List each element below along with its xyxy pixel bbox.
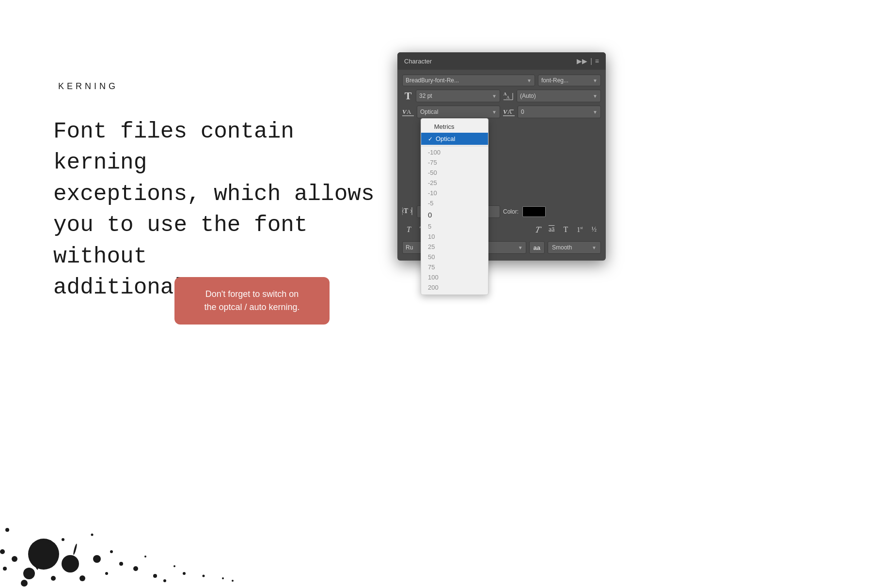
- svg-point-7: [153, 574, 157, 578]
- leading-icon: A A: [503, 91, 515, 101]
- italic-T-btn[interactable]: T: [403, 224, 414, 235]
- smooth-select[interactable]: Smooth ▼: [548, 241, 601, 254]
- optical-checkmark: ✓: [428, 136, 433, 142]
- dropdown-num--25[interactable]: -25: [421, 178, 488, 188]
- script-T-btn[interactable]: 𝑇: [531, 224, 543, 236]
- kerning-label: KERNING: [58, 81, 118, 92]
- svg-point-1: [62, 555, 79, 573]
- tracking-value: 0: [521, 108, 524, 115]
- tracking-input[interactable]: 0 ▼: [518, 106, 601, 118]
- dropdown-num--100[interactable]: -100: [421, 147, 488, 157]
- language-value: Ru: [406, 244, 413, 251]
- svg-point-10: [163, 579, 166, 582]
- dropdown-num--75[interactable]: -75: [421, 157, 488, 168]
- font-family-select[interactable]: BreadBury-font-Re... ▼: [402, 75, 535, 86]
- all-caps-T-btn[interactable]: aā: [545, 224, 558, 235]
- callout-box: Don't forget to switch onthe optcal / au…: [174, 277, 330, 325]
- size-group: T 32 pt ▼: [402, 90, 500, 102]
- frac-btn[interactable]: ½: [588, 224, 600, 235]
- small-caps-T-btn[interactable]: T: [560, 224, 571, 235]
- size-T-icon: T: [402, 90, 414, 102]
- kerning-row: V A Optical ▼ V A: [402, 106, 601, 118]
- dropdown-num-10[interactable]: 10: [421, 232, 488, 242]
- dropdown-num-0[interactable]: 0: [421, 208, 488, 221]
- tracking-chevron: ▼: [593, 109, 598, 115]
- svg-text:A: A: [507, 108, 512, 115]
- dropdown-item-metrics[interactable]: Metrics: [421, 121, 488, 133]
- panel-menu-icon[interactable]: ≡: [595, 57, 599, 65]
- color-swatch[interactable]: [522, 206, 546, 217]
- kerning-dropdown[interactable]: Metrics ✓ Optical -100 -75 -50 -25 -10 -…: [421, 118, 488, 295]
- svg-point-5: [5, 528, 9, 532]
- kerning-chevron: ▼: [492, 109, 497, 115]
- color-label: Color:: [503, 208, 519, 215]
- svg-point-27: [232, 580, 234, 582]
- dropdown-num--5[interactable]: -5: [421, 198, 488, 208]
- font-style-select[interactable]: font-Reg... ▼: [538, 75, 601, 86]
- dropdown-num-200[interactable]: 200: [421, 282, 488, 293]
- tracking-va-icon: V A: [503, 107, 516, 117]
- svg-point-21: [62, 538, 64, 541]
- kerning-select[interactable]: Optical ▼: [417, 106, 500, 118]
- leading-chevron: ▼: [593, 93, 598, 99]
- dropdown-divider: [421, 146, 488, 146]
- font-size-input[interactable]: 32 pt ▼: [416, 90, 500, 102]
- panel-forward-icon[interactable]: ▶▶: [577, 57, 587, 65]
- font-family-chevron: ▼: [527, 78, 532, 83]
- dropdown-num--50[interactable]: -50: [421, 168, 488, 178]
- ink-splatter: [0, 385, 291, 588]
- language-chevron: ▼: [518, 245, 523, 250]
- panel-separator-icon: |: [590, 57, 592, 65]
- kerning-container: V A Optical ▼ V A: [402, 106, 601, 118]
- svg-point-3: [93, 555, 101, 563]
- metrics-checkmark: [428, 124, 431, 130]
- main-body-text: Font files contain kerning exceptions, w…: [53, 116, 393, 303]
- smooth-value: Smooth: [552, 244, 572, 251]
- svg-point-20: [144, 556, 146, 557]
- svg-point-19: [222, 577, 224, 579]
- svg-point-17: [173, 565, 175, 567]
- dropdown-num-50[interactable]: 50: [421, 252, 488, 262]
- svg-point-0: [28, 539, 59, 570]
- svg-point-24: [73, 543, 78, 555]
- dropdown-num-100[interactable]: 100: [421, 272, 488, 282]
- font-row: BreadBury-font-Re... ▼ font-Reg... ▼: [402, 75, 601, 86]
- callout-text: Don't forget to switch onthe optcal / au…: [204, 289, 299, 312]
- dropdown-num-75[interactable]: 75: [421, 262, 488, 272]
- svg-point-4: [12, 556, 17, 562]
- dropdown-item-optical[interactable]: ✓ Optical: [421, 133, 488, 145]
- aa-label: aa: [529, 241, 545, 254]
- kerning-value: Optical: [420, 108, 438, 115]
- svg-point-2: [23, 568, 35, 579]
- font-style-value: font-Reg...: [541, 77, 568, 84]
- leading-input[interactable]: (Auto) ▼: [517, 90, 601, 102]
- font-family-value: BreadBury-font-Re...: [406, 77, 459, 84]
- size-leading-row: T 32 pt ▼ A A (Auto) ▼: [402, 90, 601, 102]
- sup-btn[interactable]: 1st: [573, 224, 586, 235]
- svg-text:A: A: [506, 95, 510, 100]
- svg-point-9: [119, 562, 123, 566]
- font-size-value: 32 pt: [419, 93, 432, 99]
- aa-text: aa: [534, 244, 540, 251]
- character-panel: Character ▶▶ | ≡ BreadBury-font-Re... ▼ …: [397, 52, 606, 261]
- svg-point-6: [133, 566, 138, 571]
- svg-text:A: A: [407, 108, 411, 115]
- panel-title: Character: [404, 58, 432, 65]
- dropdown-num-5[interactable]: 5: [421, 221, 488, 232]
- dropdown-num--10[interactable]: -10: [421, 188, 488, 198]
- kerning-group: V A Optical ▼: [402, 106, 500, 118]
- svg-point-15: [0, 549, 5, 554]
- svg-point-26: [3, 567, 7, 571]
- svg-point-18: [203, 575, 205, 577]
- svg-point-12: [183, 572, 186, 575]
- svg-point-13: [21, 580, 28, 587]
- leading-value: (Auto): [520, 93, 536, 99]
- dropdown-num-25[interactable]: 25: [421, 242, 488, 252]
- svg-point-11: [51, 576, 56, 581]
- svg-point-8: [79, 575, 85, 581]
- dropdown-optical-label: Optical: [436, 135, 455, 142]
- svg-point-25: [110, 550, 113, 553]
- kerning-va-icon: V A: [402, 107, 415, 117]
- svg-text:T: T: [404, 207, 409, 215]
- tracking-group: V A 0 ▼: [503, 106, 601, 118]
